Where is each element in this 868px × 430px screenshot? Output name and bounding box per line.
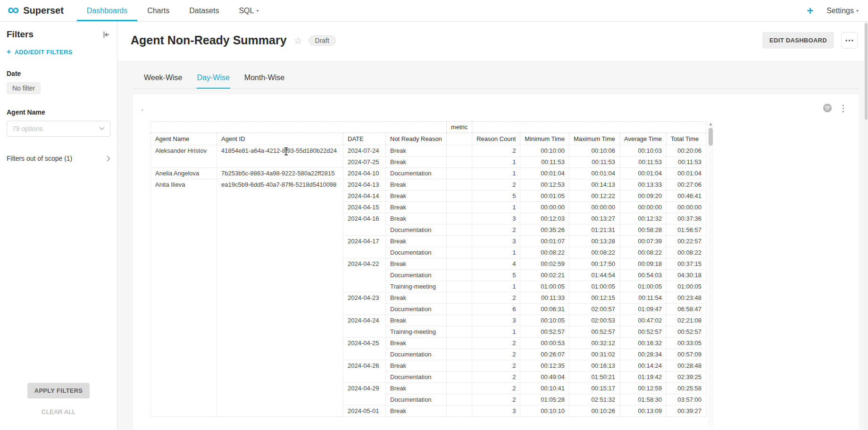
metric-cell: 00:01:07 [520, 236, 569, 247]
tab-week-wise[interactable]: Week-Wise [143, 69, 183, 89]
metric-cell: 00:33:05 [666, 338, 706, 349]
table-row: Anelia Angelova7b253b5c-8863-4a98-9222-5… [151, 168, 706, 179]
brand-logo[interactable]: ∞ Superset [8, 0, 77, 21]
nav-item-dashboards[interactable]: Dashboards [77, 0, 137, 21]
tab-month-wise[interactable]: Month-Wise [244, 69, 285, 89]
chart-menu-kebab-icon[interactable]: ⋮ [839, 104, 848, 113]
dashboard-tabs: Week-Wise Day-Wise Month-Wise [133, 69, 859, 89]
metric-cell: 00:11:53 [666, 157, 706, 168]
metric-cell: 00:23:48 [666, 292, 706, 304]
row-header-cell: Break [386, 338, 447, 349]
row-header-cell [446, 349, 472, 360]
date-filter-chip[interactable]: No filter [7, 82, 41, 94]
favorite-star-icon[interactable]: ☆ [294, 36, 302, 45]
filters-out-of-scope[interactable]: Filters out of scope (1) [7, 155, 110, 162]
page-title: Agent Non-Ready Summary [131, 33, 287, 47]
metric-cell: 00:11:53 [569, 157, 619, 168]
column-header-blank [446, 133, 472, 145]
row-header-cell: 2024-05-01 [343, 405, 386, 417]
pivot-table-scroll-area[interactable]: metric Agent Name Agent ID DATE Not Read… [150, 121, 848, 427]
metric-cell: 00:11:53 [520, 157, 569, 168]
column-header-reason-count[interactable]: Reason Count [472, 133, 520, 145]
metric-cell: 00:14:13 [569, 179, 619, 190]
row-header-cell [446, 179, 472, 190]
column-header-maximum-time[interactable]: Maximum Time [569, 133, 619, 145]
edit-dashboard-button[interactable]: EDIT DASHBOARD [762, 32, 834, 49]
filter-sidebar: Filters + ADD/EDIT FILTERS Date No filte… [0, 22, 117, 430]
row-header-cell: 2024-04-16 [343, 213, 386, 236]
plus-icon: + [7, 48, 11, 56]
row-header-cell: Break [386, 190, 447, 202]
clear-all-button[interactable]: CLEAR ALL [42, 408, 75, 415]
metric-cell: 00:00:53 [520, 338, 569, 349]
column-header-not-ready-reason[interactable]: Not Ready Reason [386, 133, 447, 145]
column-header-agent-id[interactable]: Agent ID [217, 133, 343, 145]
metric-cell: 2 [472, 372, 520, 383]
filter-sidebar-header: Filters [7, 29, 110, 40]
tab-day-wise[interactable]: Day-Wise [197, 69, 230, 89]
metric-cell: 00:16:13 [569, 360, 619, 372]
metric-cell: 00:22:57 [666, 236, 706, 247]
chart-filter-indicator-icon[interactable] [823, 103, 832, 113]
row-header-cell: Documentation [386, 394, 447, 405]
table-row: Anita Ilievaea19c5b9-6dd5-40a7-87f6-5218… [151, 179, 706, 190]
row-header-cell: Break [386, 383, 447, 394]
metric-cell: 00:12:53 [520, 179, 569, 190]
row-header-cell: 2024-04-17 [343, 236, 386, 258]
pivot-table: metric Agent Name Agent ID DATE Not Read… [150, 121, 706, 417]
metric-cell: 00:01:04 [620, 168, 667, 179]
metric-cell: 3 [472, 213, 520, 224]
nav-item-sql[interactable]: SQL ▾ [229, 0, 268, 21]
metric-cell: 01:19:42 [620, 372, 667, 383]
column-header-date[interactable]: DATE [343, 133, 386, 145]
metric-cell: 02:21:08 [666, 315, 706, 326]
column-header-agent-name[interactable]: Agent Name [151, 133, 217, 145]
metric-cell: 00:12:32 [620, 213, 667, 224]
metric-cell: 00:20:06 [666, 145, 706, 157]
metric-cell: 00:00:00 [569, 202, 619, 213]
metric-cell: 00:10:05 [520, 315, 569, 326]
chart-title: . [142, 104, 143, 112]
metric-cell: 4 [472, 258, 520, 270]
add-edit-filters-button[interactable]: + ADD/EDIT FILTERS [7, 48, 110, 56]
filters-out-of-scope-label: Filters out of scope (1) [7, 155, 72, 162]
row-header-cell: 2024-04-22 [343, 258, 386, 292]
scroll-up-arrow-icon[interactable]: ▲ [709, 122, 713, 126]
metric-cell: 2 [472, 292, 520, 304]
metric-cell: 00:35:26 [520, 224, 569, 236]
column-header-minimum-time[interactable]: Minimum Time [520, 133, 569, 145]
metric-cell: 1 [472, 281, 520, 292]
column-header-total-time[interactable]: Total Time [666, 133, 706, 145]
row-header-cell: Documentation [386, 247, 447, 258]
page-scrollbar[interactable] [864, 22, 868, 430]
row-header-cell [446, 326, 472, 338]
column-header-average-time[interactable]: Average Time [620, 133, 667, 145]
more-options-button[interactable] [841, 32, 858, 49]
row-header-cell: 2024-04-14 [343, 190, 386, 202]
settings-menu[interactable]: Settings ▾ [826, 7, 859, 15]
pivot-table-body: Aleksander Hristov41854e81-a64a-4212-8f9… [151, 145, 706, 417]
navbar-right: + Settings ▾ [807, 0, 859, 21]
row-header-cell: 2024-04-23 [343, 292, 386, 315]
nav-item-charts[interactable]: Charts [137, 0, 179, 21]
table-scrollbar-thumb[interactable] [709, 128, 713, 146]
header-blank-cell [151, 122, 447, 133]
nav-item-datasets[interactable]: Datasets [179, 0, 229, 21]
metric-cell: 00:15:17 [569, 383, 619, 394]
metric-cell: 00:02:21 [520, 270, 569, 281]
collapse-filters-icon[interactable] [102, 31, 110, 39]
new-item-button[interactable]: + [807, 5, 813, 17]
metric-cell: 00:12:15 [569, 292, 619, 304]
filter-sidebar-footer: APPLY FILTERS CLEAR ALL [7, 383, 110, 422]
row-header-cell: 2024-04-10 [343, 168, 386, 179]
metric-cell: 00:46:41 [666, 190, 706, 202]
apply-filters-button[interactable]: APPLY FILTERS [27, 383, 90, 398]
row-header-cell: Documentation [386, 304, 447, 315]
metric-cell: 02:39:25 [666, 372, 706, 383]
nav-label: Charts [147, 7, 169, 15]
settings-label: Settings [826, 7, 854, 15]
page-scrollbar-thumb[interactable] [865, 23, 868, 120]
table-vertical-scrollbar[interactable]: ▲ [708, 121, 714, 427]
agent-name-select[interactable]: 79 options [7, 121, 110, 137]
metric-cell: 01:00:05 [666, 281, 706, 292]
